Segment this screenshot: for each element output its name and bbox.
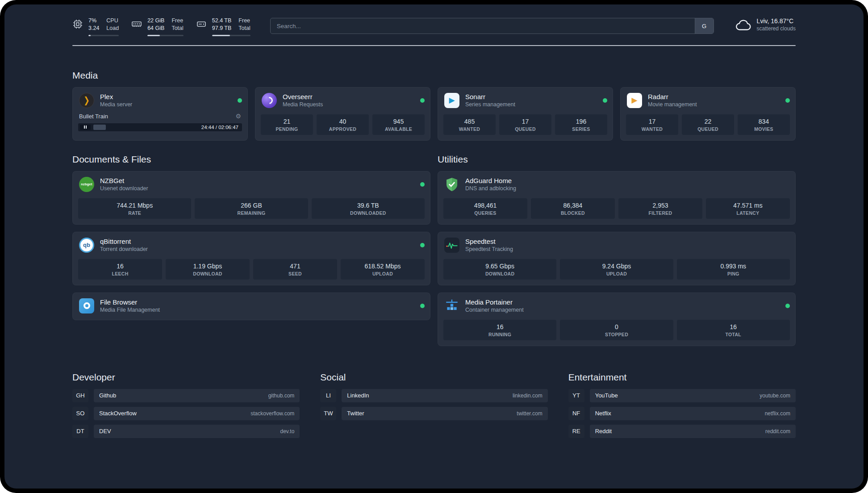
service-card-filebrowser[interactable]: File Browser Media File Management (72, 292, 430, 320)
service-card-plex[interactable]: ❯ Plex Media server Bullet Train ⚙ 24:44… (72, 87, 248, 141)
service-subtitle: Torrent downloader (100, 246, 148, 252)
service-subtitle: Media File Management (100, 307, 160, 313)
bookmark-domain: twitter.com (517, 410, 542, 417)
service-name: Overseerr (283, 93, 323, 100)
memory-stats: 22 GiB Free 64 GiB Total (147, 17, 184, 36)
cloud-icon (734, 19, 751, 32)
memory-widget: 22 GiB Free 64 GiB Total (131, 17, 184, 36)
pause-button[interactable] (80, 125, 91, 130)
service-name: Radarr (648, 93, 697, 100)
bookmark-name: Netflix (595, 410, 611, 417)
stat-tile: 39.6 TB DOWNLOADED (312, 198, 425, 219)
service-name: Plex (100, 93, 132, 100)
service-card-speedtest[interactable]: Speedtest Speedtest Tracking 9.65 Gbps D… (438, 232, 796, 285)
bookmark-stackoverflow[interactable]: SO StackOverflow stackoverflow.com (72, 407, 300, 420)
service-card-sonarr[interactable]: ▶ Sonarr Series management 485 WANTED 17… (438, 87, 613, 141)
stat-tile: 834 MOVIES (738, 114, 790, 135)
disk-progress-bar (212, 35, 250, 36)
stat-tile: 86,384 BLOCKED (531, 198, 615, 219)
stat-tile: 16 LEECH (78, 259, 162, 280)
section-title-social: Social (320, 372, 547, 383)
bookmark-domain: github.com (268, 393, 295, 399)
plex-now-playing-widget: Bullet Train ⚙ 24:44 / 02:06:47 (78, 113, 242, 131)
service-card-nzbget[interactable]: nzbget NZBGet Usenet downloader 744.21 M… (72, 171, 430, 225)
qbittorrent-icon: qb (78, 237, 95, 254)
bookmark-abbr: RE (568, 425, 584, 438)
top-bar: 7% CPU 3.24 Load 22 GiB Free 64 GiB Tota… (72, 17, 796, 36)
service-card-portainer[interactable]: Media Portainer Container management 16 … (438, 292, 796, 346)
section-title-developer: Developer (72, 372, 300, 383)
search-input[interactable] (271, 18, 695, 33)
stat-tile: 0 STOPPED (560, 320, 673, 340)
bookmark-abbr: YT (568, 389, 584, 402)
bookmark-linkedin[interactable]: LI LinkedIn linkedin.com (320, 389, 547, 402)
cpu-label: CPU (106, 17, 119, 24)
stat-tile: 16 RUNNING (443, 320, 556, 340)
stat-tile: 1.19 Gbps DOWNLOAD (166, 259, 250, 280)
memory-icon (131, 19, 142, 29)
disk-free-label: Free (238, 17, 250, 24)
header-divider (72, 45, 796, 46)
service-subtitle: Usenet downloader (100, 185, 148, 192)
section-title-documents: Documents & Files (72, 154, 430, 165)
service-name: File Browser (100, 298, 160, 306)
search-bar: G (270, 18, 714, 34)
status-dot (420, 243, 425, 247)
status-dot (603, 98, 607, 103)
search-provider-button[interactable]: G (695, 18, 714, 33)
card-head: ❯ Plex Media server (78, 92, 242, 109)
gear-icon[interactable]: ⚙ (235, 113, 241, 119)
service-name: AdGuard Home (465, 177, 516, 184)
bookmark-name: YouTube (595, 392, 618, 399)
stat-tile: 945 AVAILABLE (372, 114, 425, 135)
bookmark-dev[interactable]: DT DEV dev.to (72, 425, 300, 438)
stat-tile: 744.21 Mbps RATE (78, 198, 191, 219)
bookmark-twitter[interactable]: TW Twitter twitter.com (320, 407, 547, 420)
service-name: NZBGet (100, 177, 148, 184)
documents-column: Documents & Files nzbget NZBGet Usenet d… (72, 154, 430, 320)
service-card-overseerr[interactable]: Overseerr Media Requests 21 PENDING 40 A… (255, 87, 430, 141)
weather-text: Lviv, 16.87°C scattered clouds (757, 17, 796, 32)
stat-tile: 618.52 Mbps UPLOAD (341, 259, 425, 280)
playback-time: 24:44 / 02:06:47 (201, 125, 242, 130)
cpu-load-value: 3.24 (88, 25, 99, 32)
stat-tile: 485 WANTED (443, 114, 496, 135)
adguard-icon (443, 176, 460, 193)
bookmark-domain: netflix.com (765, 410, 790, 417)
bookmark-youtube[interactable]: YT YouTube youtube.com (568, 389, 796, 402)
dashboard-container: 7% CPU 3.24 Load 22 GiB Free 64 GiB Tota… (72, 4, 796, 462)
stat-tile: 17 QUEUED (499, 114, 551, 135)
overseerr-icon (261, 92, 278, 109)
bookmark-abbr: LI (320, 389, 336, 402)
app-window: 7% CPU 3.24 Load 22 GiB Free 64 GiB Tota… (0, 0, 868, 493)
bookmark-reddit[interactable]: RE Reddit reddit.com (568, 425, 796, 438)
sonarr-icon: ▶ (443, 92, 460, 109)
bookmark-name: Twitter (347, 410, 364, 417)
dashboard-page: 7% CPU 3.24 Load 22 GiB Free 64 GiB Tota… (4, 4, 864, 489)
service-name: Speedtest (465, 238, 513, 245)
bookmark-abbr: NF (568, 407, 584, 420)
cpu-stats: 7% CPU 3.24 Load (88, 17, 119, 36)
playback-progress-fill (93, 125, 106, 130)
now-playing-title: Bullet Train (79, 113, 108, 120)
status-dot (420, 98, 425, 103)
disk-icon (196, 19, 207, 29)
stat-tile: 498,461 QUERIES (443, 198, 527, 219)
bookmark-name: Github (99, 392, 116, 399)
disk-total-value: 97.9 TB (212, 25, 232, 32)
section-title-media: Media (72, 70, 796, 81)
radarr-icon: ▶ (626, 92, 643, 109)
section-title-entertainment: Entertainment (568, 372, 796, 383)
bookmark-group-entertainment: Entertainment YT YouTube youtube.com NF … (568, 372, 796, 443)
playback-progress-bar[interactable]: 24:44 / 02:06:47 (78, 123, 242, 131)
stat-tile: 9.24 Gbps UPLOAD (560, 259, 673, 280)
bookmark-domain: stackoverflow.com (250, 410, 294, 417)
bookmark-netflix[interactable]: NF Netflix netflix.com (568, 407, 796, 420)
service-card-adguard[interactable]: AdGuard Home DNS and adblocking 498,461 … (438, 171, 796, 225)
bookmark-github[interactable]: GH Github github.com (72, 389, 300, 402)
bookmark-abbr: SO (72, 407, 88, 420)
service-card-radarr[interactable]: ▶ Radarr Movie management 17 WANTED 22 Q… (620, 87, 796, 141)
service-name: Media Portainer (465, 298, 524, 306)
stat-tile: 471 SEED (253, 259, 337, 280)
service-card-qbittorrent[interactable]: qb qBittorrent Torrent downloader 16 LEE… (72, 232, 430, 285)
